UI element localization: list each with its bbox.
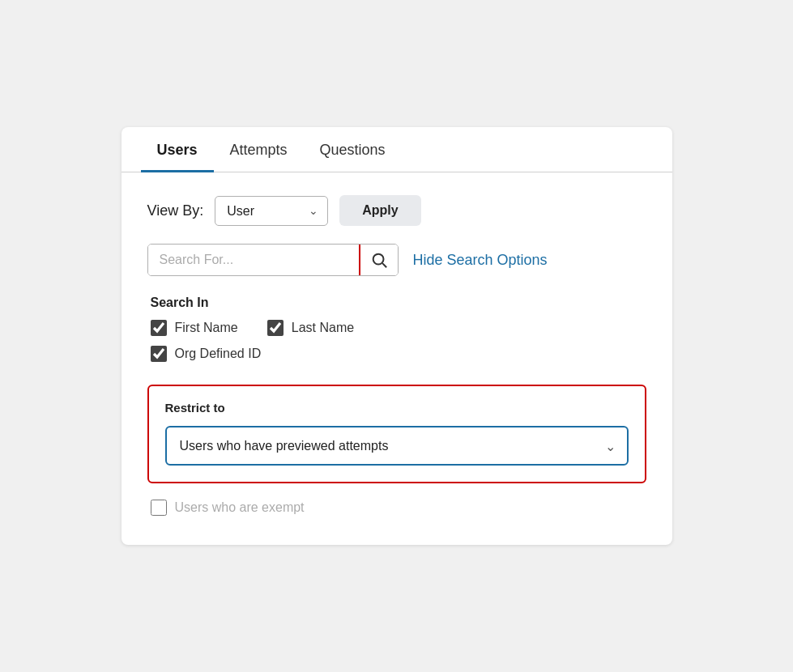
- search-input-wrapper: [147, 244, 399, 276]
- search-button[interactable]: [359, 245, 398, 275]
- checkbox-org-id-input[interactable]: [151, 346, 167, 362]
- checkbox-last-name-label: Last Name: [292, 321, 354, 335]
- checkbox-org-id[interactable]: Org Defined ID: [151, 346, 262, 362]
- restrict-select-wrapper: Users who have previewed attempts All Us…: [165, 426, 629, 466]
- checkbox-first-name[interactable]: First Name: [151, 320, 238, 336]
- svg-point-0: [373, 254, 383, 265]
- view-by-row: View By: User Group Section ⌄ Apply: [147, 195, 646, 226]
- hide-search-options-link[interactable]: Hide Search Options: [413, 252, 548, 269]
- checkbox-first-name-label: First Name: [175, 321, 238, 335]
- checkbox-first-name-input[interactable]: [151, 320, 167, 336]
- search-input[interactable]: [148, 245, 359, 275]
- view-by-label: View By:: [147, 202, 204, 219]
- search-icon: [370, 251, 388, 269]
- tab-attempts[interactable]: Attempts: [214, 127, 304, 172]
- checkbox-last-name-input[interactable]: [267, 320, 284, 336]
- exempt-label: Users who are exempt: [175, 500, 305, 515]
- main-card: Users Attempts Questions View By: User G…: [122, 127, 672, 545]
- restrict-to-section: Restrict to Users who have previewed att…: [147, 385, 646, 483]
- svg-line-1: [382, 263, 386, 267]
- exempt-checkbox[interactable]: [151, 500, 167, 516]
- search-row: Hide Search Options: [147, 244, 646, 276]
- restrict-to-select[interactable]: Users who have previewed attempts All Us…: [165, 426, 629, 466]
- search-in-row-1: First Name Last Name: [151, 320, 646, 336]
- tab-questions[interactable]: Questions: [304, 127, 402, 172]
- restrict-to-label: Restrict to: [165, 401, 629, 415]
- view-by-select[interactable]: User Group Section: [215, 196, 328, 226]
- view-by-select-wrapper: User Group Section ⌄: [215, 196, 328, 226]
- search-in-label: Search In: [151, 296, 646, 310]
- exempt-row: Users who are exempt: [147, 500, 646, 516]
- checkbox-org-id-label: Org Defined ID: [175, 347, 262, 361]
- tab-users[interactable]: Users: [141, 127, 214, 172]
- card-body: View By: User Group Section ⌄ Apply: [122, 172, 672, 545]
- tabs-bar: Users Attempts Questions: [122, 127, 672, 172]
- checkbox-last-name[interactable]: Last Name: [267, 320, 354, 336]
- search-in-row-2: Org Defined ID: [151, 346, 646, 362]
- search-in-section: Search In First Name Last Name Org Defin…: [147, 296, 646, 362]
- apply-button[interactable]: Apply: [339, 195, 420, 226]
